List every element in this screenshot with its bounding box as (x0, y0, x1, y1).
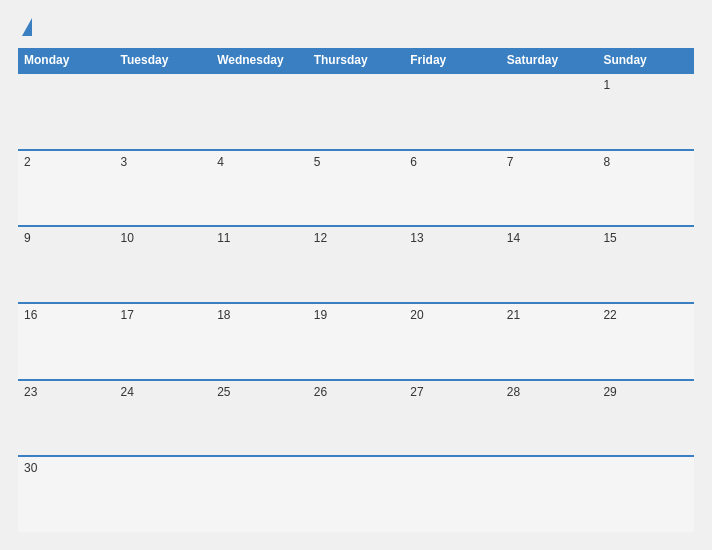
day-cell: 23 (18, 381, 115, 456)
day-header-saturday: Saturday (501, 48, 598, 72)
day-cell: 11 (211, 227, 308, 302)
week-row-2: 9101112131415 (18, 225, 694, 302)
day-cell: 20 (404, 304, 501, 379)
day-number: 22 (603, 308, 616, 322)
day-number: 14 (507, 231, 520, 245)
day-cell: 24 (115, 381, 212, 456)
day-number: 23 (24, 385, 37, 399)
day-number: 26 (314, 385, 327, 399)
day-cell: 1 (597, 74, 694, 149)
day-number: 9 (24, 231, 31, 245)
day-cell: 17 (115, 304, 212, 379)
day-cell: 12 (308, 227, 405, 302)
day-cell: 10 (115, 227, 212, 302)
day-number: 11 (217, 231, 230, 245)
day-cell: 27 (404, 381, 501, 456)
day-cell (18, 74, 115, 149)
day-cell (211, 457, 308, 532)
day-cell: 8 (597, 151, 694, 226)
day-number: 21 (507, 308, 520, 322)
day-number: 29 (603, 385, 616, 399)
day-headers: MondayTuesdayWednesdayThursdayFridaySatu… (18, 48, 694, 72)
day-cell: 14 (501, 227, 598, 302)
day-cell (404, 74, 501, 149)
day-cell (308, 74, 405, 149)
day-cell: 9 (18, 227, 115, 302)
day-number: 10 (121, 231, 134, 245)
logo-triangle-icon (22, 18, 32, 36)
day-header-wednesday: Wednesday (211, 48, 308, 72)
day-number: 15 (603, 231, 616, 245)
day-number: 20 (410, 308, 423, 322)
week-row-4: 23242526272829 (18, 379, 694, 456)
day-number: 13 (410, 231, 423, 245)
week-row-1: 2345678 (18, 149, 694, 226)
day-number: 30 (24, 461, 37, 475)
day-cell (211, 74, 308, 149)
day-cell (597, 457, 694, 532)
day-number: 16 (24, 308, 37, 322)
day-header-tuesday: Tuesday (115, 48, 212, 72)
day-cell: 19 (308, 304, 405, 379)
week-row-0: 1 (18, 72, 694, 149)
calendar: MondayTuesdayWednesdayThursdayFridaySatu… (18, 48, 694, 532)
calendar-page: MondayTuesdayWednesdayThursdayFridaySatu… (0, 0, 712, 550)
day-cell (115, 74, 212, 149)
day-cell: 6 (404, 151, 501, 226)
header (18, 18, 694, 38)
day-number: 5 (314, 155, 321, 169)
day-number: 18 (217, 308, 230, 322)
day-number: 24 (121, 385, 134, 399)
day-cell: 25 (211, 381, 308, 456)
day-number: 12 (314, 231, 327, 245)
day-cell: 5 (308, 151, 405, 226)
day-cell: 28 (501, 381, 598, 456)
day-cell: 30 (18, 457, 115, 532)
week-row-5: 30 (18, 455, 694, 532)
day-number: 1 (603, 78, 610, 92)
day-cell (308, 457, 405, 532)
day-number: 17 (121, 308, 134, 322)
day-cell (115, 457, 212, 532)
day-number: 3 (121, 155, 128, 169)
day-cell: 13 (404, 227, 501, 302)
day-number: 7 (507, 155, 514, 169)
day-cell: 22 (597, 304, 694, 379)
day-header-sunday: Sunday (597, 48, 694, 72)
logo (18, 18, 32, 38)
day-cell: 26 (308, 381, 405, 456)
day-cell (501, 74, 598, 149)
day-cell: 2 (18, 151, 115, 226)
day-cell: 21 (501, 304, 598, 379)
day-cell: 7 (501, 151, 598, 226)
day-header-thursday: Thursday (308, 48, 405, 72)
day-header-monday: Monday (18, 48, 115, 72)
day-cell (501, 457, 598, 532)
week-row-3: 16171819202122 (18, 302, 694, 379)
day-cell: 16 (18, 304, 115, 379)
day-number: 27 (410, 385, 423, 399)
day-number: 6 (410, 155, 417, 169)
day-cell: 29 (597, 381, 694, 456)
weeks: 1234567891011121314151617181920212223242… (18, 72, 694, 532)
day-header-friday: Friday (404, 48, 501, 72)
day-number: 4 (217, 155, 224, 169)
day-number: 19 (314, 308, 327, 322)
day-cell: 3 (115, 151, 212, 226)
day-cell: 4 (211, 151, 308, 226)
day-cell: 15 (597, 227, 694, 302)
day-number: 25 (217, 385, 230, 399)
day-cell: 18 (211, 304, 308, 379)
day-number: 28 (507, 385, 520, 399)
day-cell (404, 457, 501, 532)
day-number: 2 (24, 155, 31, 169)
day-number: 8 (603, 155, 610, 169)
